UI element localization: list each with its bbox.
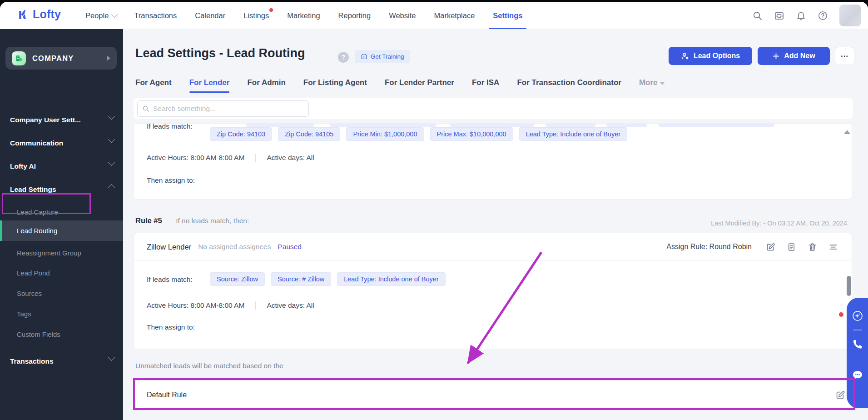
notification-dot bbox=[269, 8, 273, 12]
filter-chip[interactable]: Price Max: $10,000,000 bbox=[430, 127, 513, 141]
then-assign-label: Then assign to: bbox=[147, 176, 195, 185]
filter-chip[interactable]: Price Min: $1,000,000 bbox=[346, 127, 424, 141]
chevron-down-icon[interactable] bbox=[108, 354, 115, 361]
then-assign-label: Then assign to: bbox=[147, 323, 195, 331]
edit-icon[interactable] bbox=[835, 390, 845, 400]
sidebar-item-reassignment-group[interactable]: Reassignment Group bbox=[17, 246, 81, 260]
person-gear-icon bbox=[681, 52, 689, 60]
add-new-button[interactable]: Add New bbox=[758, 47, 830, 65]
reorder-icon[interactable] bbox=[828, 242, 838, 252]
nav-item-people[interactable]: People bbox=[85, 2, 116, 29]
active-hours-row: Active Hours: 8:00 AM-8:00 AM Active day… bbox=[147, 301, 314, 310]
more-actions-button[interactable]: ... bbox=[835, 47, 854, 65]
active-days: Active days: All bbox=[267, 301, 314, 310]
unmatched-leads-note: Unmatched leads will be matched based on… bbox=[135, 362, 283, 370]
inbox-icon[interactable] bbox=[774, 10, 784, 21]
sidebar-item-company-user-settings[interactable]: Company User Sett... bbox=[10, 113, 81, 127]
nav-item-website[interactable]: Website bbox=[389, 2, 416, 29]
scrollbar-thumb[interactable] bbox=[847, 276, 851, 296]
rule-name: Zillow Lender bbox=[147, 243, 191, 251]
filter-chip[interactable]: Source: Zillow bbox=[210, 272, 265, 286]
title-help-icon[interactable]: ? bbox=[338, 52, 349, 63]
lead-options-button[interactable]: Lead Options bbox=[669, 47, 752, 65]
tab-for-lender-partner[interactable]: For Lender Partner bbox=[385, 78, 454, 93]
rule-card-5: Zillow Lender No assigned assignees Paus… bbox=[134, 233, 852, 349]
nav-items: People Transactions Calendar Listings Ma… bbox=[85, 2, 522, 29]
chevron-down-icon[interactable] bbox=[108, 136, 115, 143]
default-rule-card[interactable]: Default Rule bbox=[134, 381, 852, 408]
filter-chip[interactable]: Zip Code: 94105 bbox=[278, 127, 340, 141]
edit-icon[interactable] bbox=[766, 242, 775, 252]
tab-for-isa[interactable]: For ISA bbox=[472, 78, 499, 93]
nav-item-listings[interactable]: Listings bbox=[243, 2, 269, 29]
tab-for-agent[interactable]: For Agent bbox=[135, 78, 172, 93]
filter-chip[interactable]: Lead Type: Include one of Buyer bbox=[519, 127, 628, 141]
tab-for-lender[interactable]: For Lender bbox=[189, 78, 230, 93]
search-bar-strip bbox=[134, 98, 853, 119]
filter-chip[interactable]: Zip Code: 94103 bbox=[210, 127, 272, 141]
tab-for-listing-agent[interactable]: For Listing Agent bbox=[303, 78, 367, 93]
filter-chip[interactable]: Lead Type: Include one of Buyer bbox=[337, 272, 446, 286]
sidebar-item-transactions[interactable]: Transactions bbox=[10, 355, 54, 368]
sidebar-item-lead-pond[interactable]: Lead Pond bbox=[17, 266, 50, 280]
clipped-chip bbox=[606, 124, 647, 127]
nav-item-settings[interactable]: Settings bbox=[493, 2, 522, 29]
copy-icon[interactable] bbox=[787, 242, 796, 252]
active-indicator-bar bbox=[0, 220, 2, 241]
tab-for-transaction-coordinator[interactable]: For Transaction Coordinator bbox=[517, 78, 621, 93]
default-rule-label: Default Rule bbox=[147, 381, 187, 408]
last-modified-text: Last Modified By: - On 03:12 AM, Oct 20,… bbox=[711, 220, 847, 227]
rule-card-current: If leads match: Zip Code: 94103 Zip Code… bbox=[134, 123, 852, 200]
nav-item-transactions[interactable]: Transactions bbox=[134, 2, 177, 29]
scrollbar-up-arrow[interactable] bbox=[844, 130, 850, 134]
help-icon[interactable] bbox=[818, 10, 828, 21]
bell-icon[interactable] bbox=[796, 10, 806, 21]
active-hours-row: Active Hours: 8:00 AM-8:00 AM Active day… bbox=[147, 154, 314, 162]
if-leads-match-label: If leads match: bbox=[147, 275, 193, 284]
sidebar-item-sources[interactable]: Sources bbox=[17, 286, 42, 300]
divider bbox=[853, 330, 862, 330]
clipped-chip bbox=[659, 124, 774, 127]
floating-toolbar bbox=[847, 298, 868, 408]
rule5-heading: Rule #5 If no leads match, then: bbox=[135, 216, 249, 225]
lofty-logo[interactable]: Lofty bbox=[17, 8, 61, 21]
nav-item-calendar[interactable]: Calendar bbox=[195, 2, 225, 29]
chevron-down-icon[interactable] bbox=[108, 113, 115, 120]
notification-dot bbox=[838, 311, 844, 318]
ai-sparkle-icon[interactable] bbox=[852, 310, 863, 322]
phone-icon[interactable] bbox=[852, 338, 863, 350]
chevron-right-icon bbox=[107, 55, 110, 61]
nav-item-marketplace[interactable]: Marketplace bbox=[434, 2, 475, 29]
nav-item-marketing[interactable]: Marketing bbox=[287, 2, 320, 29]
filter-chip[interactable]: Source: # Zillow bbox=[271, 272, 331, 286]
filter-chips: Source: Zillow Source: # Zillow Lead Typ… bbox=[210, 272, 446, 286]
delete-icon[interactable] bbox=[808, 242, 817, 252]
nav-item-reporting[interactable]: Reporting bbox=[338, 2, 371, 29]
sidebar-item-custom-fields[interactable]: Custom Fields bbox=[17, 327, 60, 341]
search-icon bbox=[142, 105, 149, 112]
caret-down-icon bbox=[660, 82, 665, 85]
chevron-up-icon[interactable] bbox=[108, 184, 115, 191]
clipped-chip bbox=[330, 124, 436, 127]
rule-status-link[interactable]: Paused bbox=[278, 243, 302, 251]
tab-more[interactable]: More bbox=[639, 78, 665, 93]
sidebar-item-lofty-ai[interactable]: Lofty AI bbox=[10, 160, 36, 173]
company-building-icon bbox=[12, 51, 26, 65]
sidebar-item-lead-capture[interactable]: Lead Capture bbox=[17, 205, 58, 219]
brand-name: Lofty bbox=[33, 8, 61, 21]
ellipsis-icon: ... bbox=[841, 50, 848, 59]
sidebar-item-communication[interactable]: Communication bbox=[10, 136, 63, 150]
search-input[interactable] bbox=[153, 105, 304, 113]
chat-icon[interactable] bbox=[852, 369, 863, 381]
chevron-down-icon[interactable] bbox=[108, 159, 115, 166]
company-switcher[interactable]: COMPANY bbox=[5, 47, 117, 70]
tab-for-admin[interactable]: For Admin bbox=[247, 78, 285, 93]
get-training-button[interactable]: Get Training bbox=[355, 50, 410, 63]
user-avatar[interactable] bbox=[839, 5, 861, 26]
sidebar-item-lead-settings[interactable]: Lead Settings bbox=[10, 183, 56, 196]
search-icon[interactable] bbox=[752, 10, 763, 21]
search-box bbox=[137, 100, 309, 117]
sidebar-item-tags[interactable]: Tags bbox=[17, 307, 31, 320]
sidebar-item-lead-routing[interactable]: Lead Routing bbox=[0, 220, 123, 241]
active-hours: Active Hours: 8:00 AM-8:00 AM bbox=[147, 154, 244, 162]
